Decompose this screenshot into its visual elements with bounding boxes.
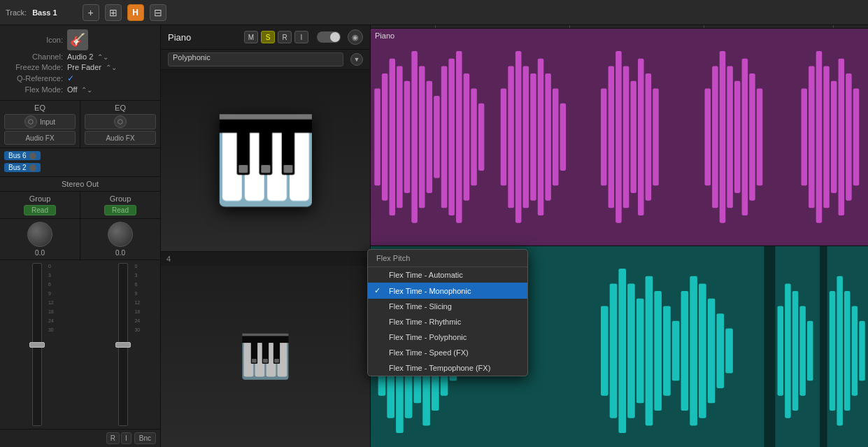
svg-rect-47: [846, 73, 851, 201]
svg-rect-9: [434, 96, 439, 178]
dropdown-item-automatic[interactable]: Flex Time - Automatic: [368, 267, 527, 283]
m-button[interactable]: M: [244, 31, 258, 43]
dropdown-item-rhythmic[interactable]: Flex Time - Rhythmic: [368, 314, 527, 329]
knob2-value: 0.0: [115, 249, 125, 257]
ruler-line-3: [569, 25, 570, 28]
group-section: Group Read Group Read: [0, 192, 160, 219]
bnc-button[interactable]: Bnc: [134, 432, 156, 444]
svg-rect-36: [727, 66, 732, 208]
toggle-knob: [330, 32, 340, 42]
svg-rect-83: [837, 276, 842, 425]
bus-section: Bus 6 Bus 2: [0, 148, 160, 177]
i-button[interactable]: I: [294, 31, 308, 43]
row4-number: 4: [166, 255, 171, 263]
automatic-label: Flex Time - Automatic: [389, 271, 463, 279]
link1-icon: ⬡: [24, 115, 37, 128]
input1-label: Input: [40, 118, 55, 126]
svg-rect-28: [623, 66, 629, 208]
fader2-track[interactable]: 036912182430: [118, 263, 128, 426]
svg-rect-67: [663, 306, 671, 395]
volume-knob2[interactable]: [108, 222, 133, 247]
svg-rect-29: [630, 81, 636, 193]
power-button[interactable]: ◉: [348, 29, 363, 45]
fader1-marks: 036912182430: [48, 264, 54, 332]
svg-rect-72: [708, 299, 716, 404]
icon-label: Icon:: [7, 36, 63, 44]
mute-toggle[interactable]: [317, 31, 341, 43]
bottom-buttons: R I Bnc: [0, 429, 160, 447]
svg-rect-5: [404, 81, 410, 193]
eq1-button[interactable]: ⬡ Input: [4, 114, 76, 129]
svg-rect-80: [807, 321, 813, 381]
keyboard-area: 🎹: [161, 266, 370, 447]
svg-rect-21: [538, 59, 543, 215]
dropdown-item-speed[interactable]: Flex Time - Speed (FX): [368, 345, 527, 360]
piano-graphic: 🎹: [213, 111, 318, 210]
fader1-handle[interactable]: [29, 342, 45, 348]
piano-image-area: 🎹: [161, 70, 370, 251]
i-button[interactable]: I: [121, 432, 131, 444]
keyboard-graphic: 🎹: [239, 332, 292, 381]
svg-rect-15: [478, 104, 484, 171]
dropdown-item-monophonic[interactable]: ✓ Flex Time - Monophonic: [368, 283, 527, 299]
r-button[interactable]: R: [106, 432, 120, 444]
flex-stepper[interactable]: ⌃⌄: [81, 86, 92, 94]
svg-rect-24: [560, 104, 566, 171]
bus6-indicator: [29, 152, 36, 159]
track-prefix-label: Track:: [6, 8, 27, 17]
dropdown-item-tempophone[interactable]: Flex Time - Tempophone (FX): [368, 360, 527, 376]
svg-rect-19: [523, 66, 529, 208]
audio-fx1-button[interactable]: Audio FX: [4, 131, 76, 145]
svg-rect-16: [501, 88, 506, 185]
svg-rect-74: [725, 328, 733, 373]
svg-rect-86: [859, 321, 865, 381]
polyphonic-row: Polyphonic ▼: [161, 50, 370, 70]
eq2-button[interactable]: ⬡: [85, 114, 156, 129]
eq-section: EQ ⬡ Input Audio FX EQ ⬡ Audio FX: [0, 101, 160, 148]
channel-stepper[interactable]: ⌃⌄: [97, 53, 108, 61]
export-button[interactable]: ⊟: [150, 4, 166, 21]
bus6-label: Bus 6: [8, 152, 27, 159]
bus6-button[interactable]: Bus 6: [4, 151, 41, 160]
group2-label: Group: [110, 194, 131, 203]
eq1-label: EQ: [4, 104, 76, 112]
read1-button[interactable]: Read: [24, 205, 56, 215]
svg-rect-61: [610, 283, 618, 418]
svg-rect-27: [616, 51, 621, 223]
qref-label: Q-Reference:: [7, 74, 63, 83]
freeze-stepper[interactable]: ⌃⌄: [106, 64, 117, 71]
left-panel: Icon: 🎸 Channel: Audio 2 ⌃⌄ Freeze Mode:…: [0, 25, 161, 447]
h-button[interactable]: H: [127, 4, 144, 21]
fader2-col: 036912182430: [91, 263, 157, 426]
track-info: Icon: 🎸 Channel: Audio 2 ⌃⌄ Freeze Mode:…: [0, 25, 160, 101]
add-button[interactable]: +: [83, 4, 99, 21]
svg-rect-78: [792, 291, 798, 411]
dropdown-item-slicing[interactable]: Flex Time - Slicing: [368, 299, 527, 314]
fader2-marks: 036912182430: [134, 264, 140, 332]
dropdown-item-polyphonic[interactable]: Flex Time - Polyphonic: [368, 329, 527, 345]
volume-knob1[interactable]: [27, 222, 52, 247]
fader2-handle[interactable]: [115, 342, 131, 348]
track-lanes: Piano: [371, 29, 868, 447]
read2-button[interactable]: Read: [104, 205, 136, 215]
poly-power-button[interactable]: ▼: [350, 53, 363, 66]
polyphonic-select[interactable]: Polyphonic: [168, 52, 343, 66]
link2-icon: ⬡: [114, 115, 127, 128]
audio-fx2-button[interactable]: Audio FX: [85, 131, 156, 145]
r-button[interactable]: R: [278, 31, 292, 43]
bus2-button[interactable]: Bus 2: [4, 163, 41, 172]
qref-checkbox[interactable]: ✓: [67, 73, 74, 83]
loop-button[interactable]: ⊞: [105, 4, 122, 21]
instrument-name: Piano: [168, 32, 191, 43]
svg-rect-44: [823, 66, 829, 208]
svg-rect-46: [839, 59, 844, 215]
svg-rect-62: [618, 269, 626, 433]
s-button[interactable]: S: [261, 31, 275, 43]
svg-rect-2: [382, 73, 387, 201]
svg-rect-12: [456, 51, 462, 223]
svg-rect-85: [852, 306, 858, 395]
svg-rect-70: [690, 276, 697, 425]
track-icon[interactable]: 🎸: [67, 29, 88, 50]
fader1-track[interactable]: 036912182430: [32, 263, 42, 426]
fader1-col: 036912182430: [4, 263, 70, 426]
